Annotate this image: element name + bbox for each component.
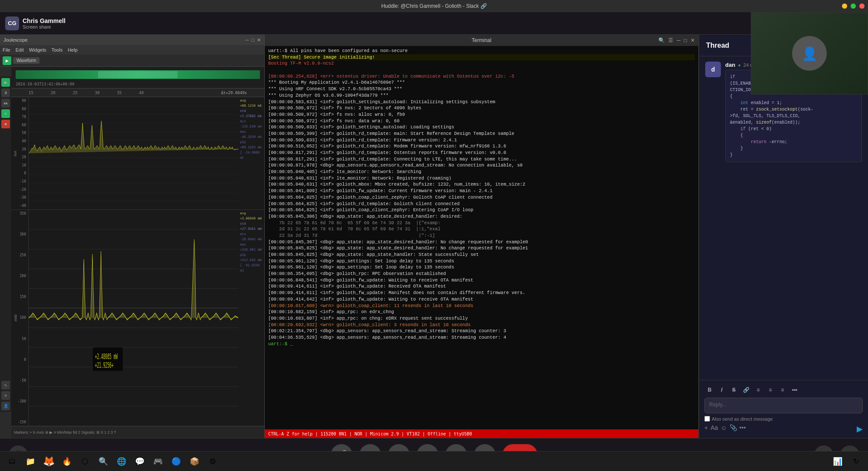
taskbar-icon-6[interactable]: 🌐: [114, 454, 129, 469]
ordered-list-button[interactable]: ≡: [765, 385, 776, 395]
term-line-0: uart:-$ All pins have been configured as…: [268, 48, 695, 54]
term-line-36: [00:00:06.848,541] <dbg> golioth_fw_upda…: [268, 277, 695, 284]
term-line-4: [00:00:00.254,028] <err> ostentus driver…: [268, 73, 695, 80]
term-line-27: 7b 22 65 78 61 6d 70 6c 65 5f 69 6e 74 3…: [268, 220, 695, 226]
time-mark-4: 30: [95, 91, 100, 95]
indent-button[interactable]: ≡: [777, 385, 788, 395]
also-send-dm-checkbox[interactable]: [704, 416, 710, 422]
huddle-name: Chris Gammell: [23, 17, 769, 24]
reply-input[interactable]: Reply...: [704, 398, 863, 413]
terminal-search-icon[interactable]: 🔍: [658, 37, 665, 43]
more-format-button[interactable]: •••: [789, 385, 800, 395]
text-format-icon[interactable]: Aa: [710, 424, 718, 434]
terminal-maximize-icon[interactable]: □: [684, 37, 687, 43]
joule-toolbar: ▶ Waveform: [0, 55, 264, 67]
joule-play-btn[interactable]: ▶: [1, 78, 10, 87]
taskbar-icon-9[interactable]: 🔵: [168, 454, 184, 469]
terminal-menu-icon[interactable]: ☰: [668, 37, 673, 43]
joule-maximize-icon[interactable]: □: [251, 37, 254, 43]
attachment-icon[interactable]: 📎: [730, 424, 737, 434]
joule-stop-btn[interactable]: ■: [1, 120, 10, 128]
stat-min-current: min -135.630 mA: [240, 119, 263, 129]
joule-timeline: 2024-10-03T13:42:00+00:00: [11, 67, 264, 88]
strikethrough-button[interactable]: S: [729, 385, 739, 395]
taskbar-stats-icon[interactable]: 📊: [830, 454, 845, 469]
joule-record-btn[interactable]: ▶: [3, 56, 11, 65]
term-line-2: Booting TF-M v2.0.0-ncs2: [268, 60, 695, 67]
also-send-dm-option[interactable]: Also send as direct message: [704, 416, 773, 422]
taskbar-icon-2[interactable]: 🦊: [41, 454, 56, 469]
thread-title: Thread: [706, 42, 729, 49]
close-button[interactable]: [859, 3, 865, 9]
terminal-close-icon[interactable]: ✕: [690, 37, 695, 43]
time-axis: 15 20 25 30 35 40 Δt=29.6649s: [11, 88, 264, 97]
term-line-38: [00:00:09.414,611] <inf> golioth_fw_upda…: [268, 290, 695, 296]
slack-window: CG Chris Gammell Screen share − ● + ⚙ ⤢ …: [0, 12, 868, 471]
term-line-18: [00:00:00.871,978] <dbg> app_sensors.app…: [268, 162, 695, 169]
taskbar: 🗂 📁 🦊 🔥 ⬡ 🔍 🌐 💬 🎮 🔵 📦 ⚙ 📊 ↻: [0, 451, 868, 471]
joule-stats-btn[interactable]: ≡: [1, 391, 10, 400]
terminal-panel: Terminal 🔍 ☰ ─ □ ✕ uart:-$ All pins have…: [265, 35, 699, 438]
stats-power: avg +3.06949 mW std +27.9261 mW min -28.…: [239, 210, 264, 274]
emoji-icon[interactable]: ☺: [720, 424, 727, 434]
taskbar-icon-0[interactable]: 🗂: [4, 454, 20, 469]
menu-edit[interactable]: Edit: [16, 47, 24, 52]
taskbar-icon-11[interactable]: ⚙: [205, 454, 220, 469]
menu-file[interactable]: File: [3, 47, 10, 52]
stat-int-power: ∫ -91.0256 mJ: [240, 263, 263, 273]
thread-panel: Thread × d dan ● 24 minutes ago: [699, 35, 868, 438]
terminal-titlebar: Terminal 🔍 ☰ ─ □ ✕: [265, 35, 698, 46]
taskbar-refresh-icon[interactable]: ↻: [848, 454, 864, 469]
term-line-23: [00:00:05.664,025] <inf> golioth_coap_cl…: [268, 194, 695, 201]
joule-waveform-tab[interactable]: Waveform: [13, 57, 39, 64]
taskbar-icon-4[interactable]: ⬡: [77, 454, 93, 469]
italic-button[interactable]: I: [717, 385, 727, 395]
terminal-minimize-icon[interactable]: ─: [677, 37, 681, 43]
bold-button[interactable]: B: [704, 385, 715, 395]
menu-help[interactable]: Help: [68, 47, 78, 52]
joule-wave-btn[interactable]: ∿: [1, 381, 10, 389]
time-mark-1: 15: [29, 91, 33, 95]
joule-minimize-icon[interactable]: ─: [246, 37, 249, 43]
joule-step-btn[interactable]: ⏭: [1, 99, 10, 108]
taskbar-icon-1[interactable]: 📁: [23, 454, 38, 469]
add-icon[interactable]: +: [704, 424, 708, 434]
y-unit-current: mA: [13, 150, 17, 157]
thread-body: d dan ● 24 minutes ago if (IS_ENABLED(CO…: [699, 56, 868, 380]
time-mark-3: 25: [73, 91, 78, 95]
joule-title: Joulescope: [3, 37, 28, 43]
svg-text:+21.9256+: +21.9256+: [95, 361, 114, 370]
term-line-28: 2d 31 2c 22 65 78 61 6d 70 6c 65 5f 69 6…: [268, 226, 695, 232]
minimize-button[interactable]: [842, 3, 847, 9]
term-line-1: [Sec Thread] Secure image initializing!: [268, 54, 695, 61]
term-line-45: [00:04:36.535,529] <dbg> app_sensors: ap…: [268, 334, 695, 341]
menu-widgets[interactable]: Widgets: [29, 47, 46, 52]
list-button[interactable]: ≡: [753, 385, 763, 395]
time-mark-2: 20: [51, 91, 56, 95]
stat-int-current: ∫ -24.0900 mC: [240, 150, 263, 160]
joule-green-btn[interactable]: ●: [1, 109, 10, 118]
more-options-icon[interactable]: •••: [740, 424, 746, 434]
term-line-19: [00:00:05.040,405] <inf> lte_monitor: Ne…: [268, 169, 695, 175]
maximize-button[interactable]: [851, 3, 856, 9]
joule-pause-btn[interactable]: ⏸: [1, 88, 10, 97]
term-line-35: [00:00:06.354,095] <dbg> golioth_rpc: RP…: [268, 271, 695, 277]
term-line-39: [00:00:09.414,642] <inf> golioth_fw_upda…: [268, 296, 695, 303]
joule-close-icon[interactable]: ✕: [257, 37, 261, 43]
taskbar-icon-10[interactable]: 📦: [187, 454, 202, 469]
taskbar-icon-8[interactable]: 🎮: [150, 454, 166, 469]
term-line-25: [00:00:05.664,825] <inf> golioth_coap_cl…: [268, 207, 695, 213]
menu-tools[interactable]: Tools: [51, 47, 62, 52]
huddle-info: Chris Gammell Screen share: [23, 17, 769, 29]
link-button[interactable]: 🔗: [741, 385, 751, 395]
taskbar-icon-5[interactable]: 🔍: [95, 454, 111, 469]
taskbar-icon-3[interactable]: 🔥: [59, 454, 75, 469]
joule-person-btn[interactable]: 👤: [1, 402, 10, 410]
taskbar-icon-7[interactable]: 💬: [132, 454, 148, 469]
huddle-avatar: CG: [5, 16, 19, 30]
chart-current: 90 80 70 60 50 40 30 20 10 0 -10 -20 -30…: [11, 97, 264, 210]
term-line-37: [00:00:09.414,611] <inf> golioth_fw_upda…: [268, 283, 695, 290]
svg-text:+2.48085 mW: +2.48085 mW: [95, 352, 118, 361]
send-icon[interactable]: ▶: [857, 424, 863, 434]
chart-power: 350 300 250 200 150 100 50 0 -50 -100 -1…: [11, 210, 264, 426]
